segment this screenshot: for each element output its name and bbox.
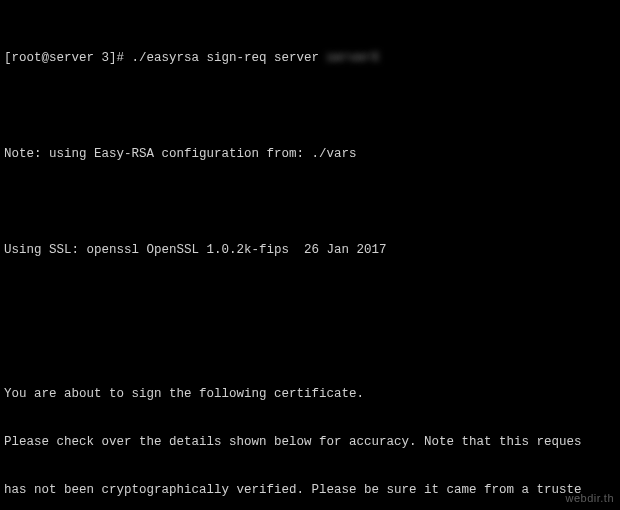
command-arg-hidden: serverX: [327, 51, 380, 65]
about-sign-3: has not been cryptographically verified.…: [4, 482, 616, 498]
blank: [4, 194, 616, 210]
note-config: Note: using Easy-RSA configuration from:…: [4, 146, 616, 162]
shell-prompt: [root@server 3]#: [4, 51, 124, 65]
terminal-output: [root@server 3]# ./easyrsa sign-req serv…: [0, 0, 620, 510]
about-sign-2: Please check over the details shown belo…: [4, 434, 616, 450]
prompt-line: [root@server 3]# ./easyrsa sign-req serv…: [4, 50, 616, 66]
about-sign-1: You are about to sign the following cert…: [4, 386, 616, 402]
blank: [4, 290, 616, 306]
blank: [4, 98, 616, 114]
blank: [4, 338, 616, 354]
using-ssl: Using SSL: openssl OpenSSL 1.0.2k-fips 2…: [4, 242, 616, 258]
command-text: ./easyrsa sign-req server: [124, 51, 327, 65]
